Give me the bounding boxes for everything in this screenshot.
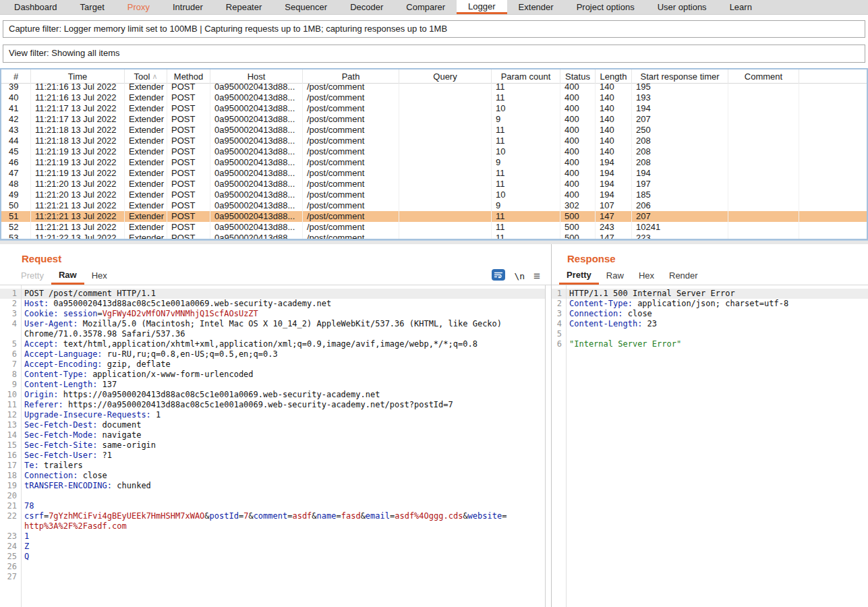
view-filter-bar[interactable]: View filter: Showing all items xyxy=(3,45,865,63)
syntax-name: website xyxy=(468,511,502,521)
table-row[interactable]: 4611:21:19 13 Jul 2022ExtenderPOST0a9500… xyxy=(1,157,867,168)
code-line: 17Te: trailers xyxy=(0,461,545,471)
syntax-name: Content-Length: xyxy=(569,319,642,328)
table-row[interactable]: 4911:21:20 13 Jul 2022ExtenderPOST0a9500… xyxy=(1,190,867,200)
table-cell: 11 xyxy=(492,222,560,233)
tab-dashboard[interactable]: Dashboard xyxy=(3,0,69,14)
table-cell xyxy=(399,92,492,103)
column-header-path[interactable]: Path xyxy=(303,69,399,84)
table-cell: Extender xyxy=(125,200,167,211)
request-tab-hex[interactable]: Hex xyxy=(84,268,115,285)
syntax-value: VgFWy4D2vMfON7vMNMhjQ1ScfAOsUzZT xyxy=(103,309,258,318)
syntax-name: comment xyxy=(254,511,288,521)
table-cell: 11 xyxy=(492,179,560,190)
table-row[interactable]: 5111:21:21 13 Jul 2022ExtenderPOST0a9500… xyxy=(1,211,867,222)
request-editor[interactable]: 1POST /post/comment HTTP/1.12Host: 0a950… xyxy=(0,285,546,607)
table-row[interactable]: 4111:21:17 13 Jul 2022ExtenderPOST0a9500… xyxy=(1,103,867,114)
table-cell xyxy=(799,168,867,179)
table-cell: 9 xyxy=(492,200,560,211)
tab-decoder[interactable]: Decoder xyxy=(339,0,395,14)
code-line: 6"Internal Server Error" xyxy=(552,339,868,349)
syntax-name: Content-Type: xyxy=(24,370,88,379)
column-header-query[interactable]: Query xyxy=(399,69,492,84)
column-header-filler[interactable] xyxy=(799,69,868,84)
tab-intruder[interactable]: Intruder xyxy=(161,0,214,14)
column-header-time[interactable]: Time xyxy=(31,69,125,84)
column-header-tool[interactable]: Tool∧ xyxy=(125,69,167,84)
table-cell: 0a9500020413d88... xyxy=(210,136,303,146)
table-row[interactable]: 4311:21:18 13 Jul 2022ExtenderPOST0a9500… xyxy=(1,125,867,136)
word-wrap-icon[interactable] xyxy=(492,269,505,283)
tab-extender[interactable]: Extender xyxy=(507,0,565,14)
syntax-value: asdf%4Oggg.cds xyxy=(395,511,463,521)
request-tab-raw[interactable]: Raw xyxy=(51,268,84,285)
table-cell xyxy=(399,211,492,222)
code-line: 22csrf=7gYzhMCiFvi4gBEyUEEk7HmHSHM7xWAO&… xyxy=(0,511,545,531)
newline-toggle-icon[interactable]: \n xyxy=(514,271,525,281)
table-cell xyxy=(728,233,799,239)
syntax-name: postId xyxy=(210,511,239,521)
table-cell: 208 xyxy=(632,136,728,146)
line-content: Accept-Encoding: gzip, deflate xyxy=(20,359,545,370)
table-cell: 194 xyxy=(596,157,632,168)
column-header-method[interactable]: Method xyxy=(167,69,210,84)
table-row[interactable]: 5311:21:22 13 Jul 2022ExtenderPOST0a9500… xyxy=(1,233,867,239)
column-header-host[interactable]: Host xyxy=(210,69,303,84)
syntax-name: name xyxy=(317,511,337,521)
tab-sequencer[interactable]: Sequencer xyxy=(273,0,339,14)
table-row[interactable]: 5011:21:21 13 Jul 2022ExtenderPOST0a9500… xyxy=(1,200,867,211)
table-cell: 52 xyxy=(1,222,31,233)
table-row[interactable]: 4011:21:16 13 Jul 2022ExtenderPOST0a9500… xyxy=(1,92,867,103)
table-row[interactable]: 4811:21:20 13 Jul 2022ExtenderPOST0a9500… xyxy=(1,179,867,190)
tab-logger[interactable]: Logger xyxy=(457,0,507,14)
response-tab-raw[interactable]: Raw xyxy=(599,268,631,285)
tab-project-options[interactable]: Project options xyxy=(565,0,646,14)
syntax-name: Origin: xyxy=(24,390,59,399)
column-header-start-response-timer[interactable]: Start response timer xyxy=(632,69,728,84)
table-cell: 11:21:21 13 Jul 2022 xyxy=(31,222,125,233)
table-row[interactable]: 4511:21:19 13 Jul 2022ExtenderPOST0a9500… xyxy=(1,146,867,157)
column-header-length[interactable]: Length xyxy=(596,69,632,84)
syntax-name: Host: xyxy=(24,299,49,308)
column-header-blank[interactable]: # xyxy=(1,69,31,84)
table-cell: POST xyxy=(167,179,210,190)
editor-menu-icon[interactable]: ≡ xyxy=(533,270,540,283)
tab-comparer[interactable]: Comparer xyxy=(395,0,457,14)
response-tab-hex[interactable]: Hex xyxy=(631,268,662,285)
tab-user-options[interactable]: User options xyxy=(646,0,718,14)
table-cell: 140 xyxy=(596,114,632,125)
syntax-name: Connection: xyxy=(24,471,78,480)
table-cell xyxy=(728,84,799,92)
column-header-status[interactable]: Status xyxy=(560,69,596,84)
table-cell xyxy=(728,168,799,179)
line-content xyxy=(20,572,545,582)
response-tab-pretty[interactable]: Pretty xyxy=(559,268,599,285)
table-cell: 0a9500020413d88... xyxy=(210,157,303,168)
table-row[interactable]: 4711:21:19 13 Jul 2022ExtenderPOST0a9500… xyxy=(1,168,867,179)
response-tab-render[interactable]: Render xyxy=(662,268,705,285)
tab-learn[interactable]: Learn xyxy=(718,0,763,14)
column-header-param-count[interactable]: Param count xyxy=(492,69,560,84)
table-cell: 43 xyxy=(1,125,31,136)
line-number: 6 xyxy=(0,349,20,359)
tab-proxy[interactable]: Proxy xyxy=(116,0,161,14)
table-cell: 51 xyxy=(1,211,31,222)
table-cell: POST xyxy=(167,157,210,168)
code-line: 231 xyxy=(0,531,545,542)
tab-repeater[interactable]: Repeater xyxy=(214,0,273,14)
code-line: 20 xyxy=(0,491,545,501)
table-row[interactable]: 4211:21:17 13 Jul 2022ExtenderPOST0a9500… xyxy=(1,114,867,125)
response-editor[interactable]: 1HTTP/1.1 500 Internal Server Error2Cont… xyxy=(552,285,868,607)
syntax-name: Sec-Fetch-Site: xyxy=(24,440,97,450)
table-cell: 42 xyxy=(1,114,31,125)
table-row[interactable]: 4411:21:18 13 Jul 2022ExtenderPOST0a9500… xyxy=(1,136,867,146)
line-number: 12 xyxy=(0,410,20,420)
capture-filter-bar[interactable]: Capture filter: Logger memory limit set … xyxy=(3,20,865,38)
table-cell: POST xyxy=(167,114,210,125)
line-content: User-Agent: Mozilla/5.0 (Macintosh; Inte… xyxy=(20,319,545,339)
column-header-comment[interactable]: Comment xyxy=(728,69,799,84)
table-row[interactable]: 5211:21:21 13 Jul 2022ExtenderPOST0a9500… xyxy=(1,222,867,233)
line-content: Sec-Fetch-Site: same-origin xyxy=(20,440,545,451)
table-row[interactable]: 3911:21:16 13 Jul 2022ExtenderPOST0a9500… xyxy=(1,84,867,92)
tab-target[interactable]: Target xyxy=(69,0,116,14)
